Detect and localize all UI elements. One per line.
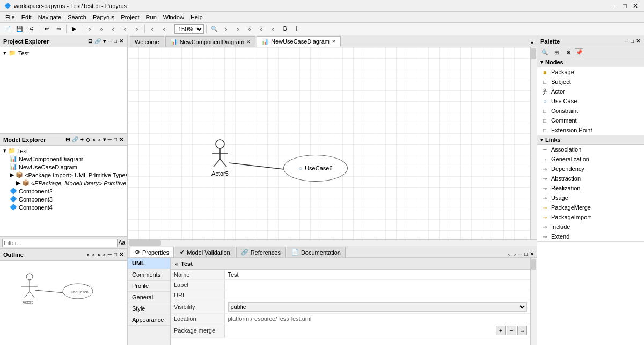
palette-item-abstraction[interactable]: ⇢ Abstraction [537, 174, 644, 183]
me-btn2[interactable]: 🔗 [71, 136, 79, 143]
pe-maximize-btn[interactable]: □ [113, 38, 118, 45]
bottom-maximize[interactable]: □ [524, 250, 528, 257]
bottom-btn2[interactable]: ⬦ [513, 250, 517, 257]
palette-item-dependency[interactable]: ⇢ Dependency [537, 164, 644, 174]
prop-value-uri[interactable] [224, 290, 530, 300]
props-section-uml[interactable]: UML [128, 258, 170, 269]
tab-bar-menu[interactable]: ▾ [530, 39, 535, 47]
palette-links-header[interactable]: ▾ Links [537, 135, 644, 145]
outline-btn1[interactable]: ⬦ [86, 251, 90, 258]
tree-item-test[interactable]: ▾ 📁 Test [1, 48, 126, 58]
close-button[interactable]: ✕ [631, 2, 640, 10]
toolbar-save[interactable]: 💾 [14, 24, 25, 34]
diagram-scrollbar-vertical[interactable] [530, 47, 537, 239]
prop-input-uri[interactable] [228, 292, 528, 298]
props-section-appearance[interactable]: Appearance [128, 314, 170, 326]
visibility-select[interactable]: public private protected package [228, 302, 528, 312]
props-section-style[interactable]: Style [128, 303, 170, 314]
palette-item-constraint[interactable]: □ Constraint [537, 106, 644, 116]
palette-item-generalization[interactable]: → Generalization [537, 154, 644, 164]
pe-link-btn[interactable]: 🔗 [94, 38, 101, 45]
menu-papyrus[interactable]: Papyrus [90, 13, 118, 21]
palette-item-comment[interactable]: □ Comment [537, 116, 644, 125]
toolbar-undo[interactable]: ↩ [41, 24, 52, 34]
outline-maximize[interactable]: □ [113, 251, 118, 258]
props-section-general[interactable]: General [128, 292, 170, 303]
toolbar-redo[interactable]: ↪ [53, 24, 64, 34]
palette-item-extend[interactable]: ⇢ Extend [537, 232, 644, 241]
palette-layout-btn[interactable]: ⊞ [551, 47, 562, 58]
palette-item-packageimport[interactable]: ⇢ PackageImport [537, 212, 644, 222]
menu-file[interactable]: File [2, 13, 18, 21]
maximize-button[interactable]: □ [620, 2, 629, 10]
palette-item-usecase[interactable]: ○ Use Case [537, 96, 644, 106]
menu-run[interactable]: Run [143, 13, 160, 21]
toolbar-btn-n[interactable]: I [291, 24, 302, 34]
toolbar-run[interactable]: ▶ [69, 24, 79, 34]
filter-case-toggle[interactable]: Aa [119, 240, 125, 246]
pe-menu-btn[interactable]: ▾ [103, 38, 106, 45]
tab-newusecase[interactable]: 📊 NewUseCaseDiagram ✕ [257, 36, 341, 47]
me-btn4[interactable]: ◇ [85, 136, 91, 143]
model-item-epackage[interactable]: ▶ 📦 «EPackage, ModelLibrary» PrimitiveTy… [14, 179, 126, 187]
menu-help[interactable]: Help [187, 13, 206, 21]
prop-input-name[interactable] [228, 271, 528, 278]
palette-search-btn[interactable]: 🔍 [539, 47, 550, 58]
prop-value-location[interactable] [224, 314, 530, 324]
palette-maximize[interactable]: □ [630, 38, 634, 45]
pe-collapse-btn[interactable]: ⊟ [87, 38, 93, 45]
palette-item-subject[interactable]: □ Subject [537, 77, 644, 87]
menu-search[interactable]: Search [64, 13, 90, 21]
me-btn1[interactable]: ⊟ [65, 136, 70, 143]
model-item-component2[interactable]: 🔷 Component2 [8, 187, 126, 195]
scroll-thumb-h[interactable] [129, 240, 161, 246]
toolbar-btn-b[interactable]: ⬦ [96, 24, 107, 34]
me-btn3[interactable]: + [80, 136, 84, 143]
palette-item-actor[interactable]: Actor [537, 87, 644, 96]
prop-value-label[interactable] [224, 280, 530, 290]
outline-btn2[interactable]: ⬦ [91, 251, 96, 258]
menu-edit[interactable]: Edit [18, 13, 35, 21]
model-item-component3[interactable]: 🔷 Component3 [8, 195, 126, 203]
zoom-select[interactable]: 50% 75% 100% 150% 200% [174, 24, 204, 34]
tab-newusecase-close[interactable]: ✕ [332, 39, 336, 44]
outline-btn4[interactable]: ⬦ [102, 251, 106, 258]
outline-btn3[interactable]: ⬦ [97, 251, 101, 258]
toolbar-btn-k[interactable]: ⬦ [256, 24, 267, 34]
toolbar-search[interactable]: 🔍 [209, 24, 219, 34]
tab-newcomponent[interactable]: 📊 NewComponentDiagram ✕ [165, 36, 255, 47]
tab-newcomponent-close[interactable]: ✕ [246, 39, 251, 45]
pe-close-btn[interactable]: ✕ [119, 38, 124, 45]
toolbar-btn-l[interactable]: ⬦ [268, 24, 279, 34]
toolbar-btn-g[interactable]: ⬦ [159, 24, 170, 34]
palette-item-package[interactable]: ■ Package [537, 67, 644, 77]
pkgmerge-add-btn[interactable]: + [496, 326, 506, 335]
diagram-scrollbar-horizontal[interactable] [128, 239, 537, 246]
palette-close[interactable]: ✕ [635, 38, 641, 45]
palette-item-include[interactable]: ⇢ Include [537, 222, 644, 232]
tab-welcome[interactable]: Welcome [130, 36, 164, 47]
toolbar-btn-e[interactable]: ⬦ [131, 24, 142, 34]
toolbar-btn-m[interactable]: B [280, 24, 290, 34]
usecase-element[interactable]: ○ UseCase6 [283, 155, 348, 182]
props-scroll-thumb[interactable] [531, 259, 536, 270]
model-filter-input[interactable] [2, 239, 118, 247]
pkgmerge-remove-btn[interactable]: − [507, 326, 516, 335]
palette-nodes-header[interactable]: ▾ Nodes [537, 58, 644, 67]
bottom-btn1[interactable]: ⬦ [507, 250, 511, 257]
me-maximize[interactable]: □ [113, 136, 118, 143]
outline-minimize[interactable]: ─ [107, 251, 112, 258]
me-btn5[interactable]: ⬦ [92, 136, 96, 143]
toolbar-btn-i[interactable]: ⬦ [232, 24, 243, 34]
palette-minimize[interactable]: ─ [624, 38, 629, 45]
toolbar-btn-d[interactable]: ⬦ [120, 24, 130, 34]
diagram-canvas[interactable]: Actor5 ○ UseCase6 [128, 47, 530, 239]
toolbar-print[interactable]: 🖨 [26, 24, 36, 34]
menu-project[interactable]: Project [118, 13, 142, 21]
bottom-minimize[interactable]: ─ [518, 250, 523, 257]
scroll-thumb-v[interactable] [531, 48, 536, 59]
minimize-button[interactable]: ─ [610, 2, 618, 10]
model-item-component4[interactable]: 🔷 Component4 [8, 203, 126, 211]
prop-input-label[interactable] [228, 282, 528, 288]
model-item-test[interactable]: ▾ 📁 Test [1, 147, 126, 155]
